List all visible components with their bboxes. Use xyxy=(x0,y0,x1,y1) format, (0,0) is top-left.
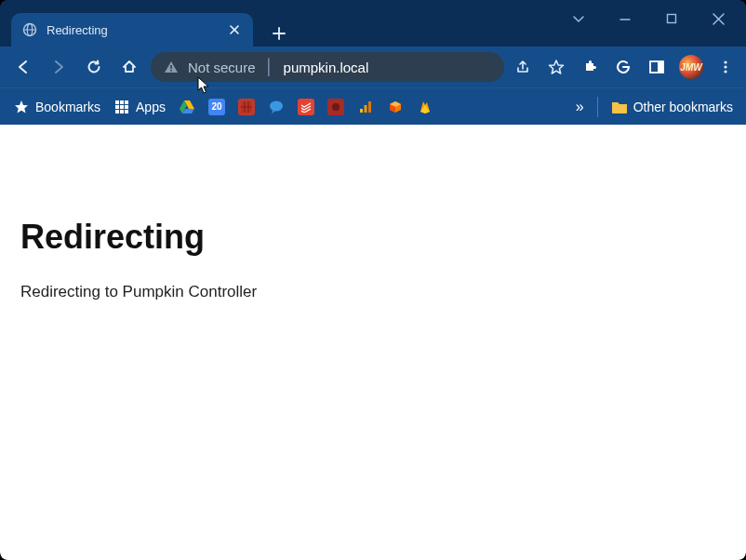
bookmark-red-grid-icon[interactable] xyxy=(238,99,255,115)
svg-rect-22 xyxy=(115,105,119,109)
svg-rect-36 xyxy=(368,101,371,113)
kebab-menu-icon[interactable] xyxy=(714,56,737,78)
titlebar: Redirecting xyxy=(0,0,746,47)
apps-shortcut[interactable]: Apps xyxy=(113,99,166,115)
close-window-button[interactable] xyxy=(703,7,733,30)
svg-rect-20 xyxy=(120,100,124,104)
url-text: pumpkin.local xyxy=(284,60,369,75)
svg-rect-27 xyxy=(125,110,128,113)
share-icon[interactable] xyxy=(512,56,534,78)
svg-point-32 xyxy=(270,100,283,111)
bookmark-todoist-icon[interactable] xyxy=(298,99,314,115)
back-button[interactable] xyxy=(9,53,37,81)
page-heading: Redirecting xyxy=(20,218,726,257)
svg-point-16 xyxy=(724,60,726,63)
bookmark-darkred-icon[interactable] xyxy=(327,99,344,115)
svg-rect-15 xyxy=(658,61,663,73)
bookmarks-folder[interactable]: Bookmarks xyxy=(13,99,100,115)
side-panel-icon[interactable] xyxy=(646,56,668,78)
page-body-text: Redirecting to Pumpkin Controller xyxy=(20,283,726,301)
browser-window: Redirecting xyxy=(0,0,746,560)
svg-rect-21 xyxy=(125,100,128,104)
bookmarks-separator xyxy=(597,97,598,117)
browser-tab[interactable]: Redirecting xyxy=(11,13,253,47)
svg-rect-25 xyxy=(115,110,119,113)
bookmarks-bar: Bookmarks Apps 20 xyxy=(0,87,746,125)
apps-label: Apps xyxy=(136,100,166,114)
svg-point-17 xyxy=(724,65,726,68)
bookmark-chat-icon[interactable] xyxy=(268,99,285,115)
profile-avatar[interactable]: JMW xyxy=(679,55,703,79)
other-bookmarks-label: Other bookmarks xyxy=(633,100,733,114)
bookmark-cube-icon[interactable] xyxy=(387,99,404,115)
svg-rect-35 xyxy=(364,105,366,113)
window-dropdown-icon[interactable] xyxy=(564,7,593,30)
bookmark-analytics-icon[interactable] xyxy=(357,99,374,115)
svg-point-33 xyxy=(332,103,340,111)
bookmarks-overflow-button[interactable]: » xyxy=(576,99,584,115)
page-viewport: Redirecting Redirecting to Pumpkin Contr… xyxy=(0,125,746,560)
bookmark-firebase-icon[interactable] xyxy=(417,99,433,115)
tab-close-button[interactable] xyxy=(227,22,242,37)
globe-icon xyxy=(22,22,37,37)
google-g-icon[interactable] xyxy=(612,56,634,78)
reload-button[interactable] xyxy=(80,53,108,81)
apps-grid-icon xyxy=(113,99,130,115)
svg-rect-26 xyxy=(120,110,124,113)
bookmark-calendar-icon[interactable]: 20 xyxy=(208,99,225,115)
omnibox-divider: │ xyxy=(265,59,274,75)
bookmark-star-icon[interactable] xyxy=(545,56,567,78)
folder-icon xyxy=(611,99,628,115)
toolbar-right: JMW xyxy=(512,55,737,79)
svg-rect-8 xyxy=(668,15,676,23)
svg-rect-24 xyxy=(125,105,128,109)
minimize-button[interactable] xyxy=(610,7,640,30)
new-tab-button[interactable] xyxy=(266,20,292,47)
svg-rect-19 xyxy=(115,100,119,104)
bookmarks-label: Bookmarks xyxy=(35,100,100,114)
svg-rect-34 xyxy=(360,109,363,113)
bookmark-drive-icon[interactable] xyxy=(179,99,195,115)
address-bar[interactable]: Not secure │ pumpkin.local xyxy=(151,52,504,82)
other-bookmarks-folder[interactable]: Other bookmarks xyxy=(611,99,733,115)
svg-rect-12 xyxy=(170,70,172,72)
warning-triangle-icon xyxy=(164,60,179,74)
forward-button[interactable] xyxy=(45,53,73,81)
window-controls xyxy=(551,0,746,37)
svg-rect-23 xyxy=(120,105,124,109)
security-status-label: Not secure xyxy=(188,60,256,75)
tab-strip: Redirecting xyxy=(0,0,292,47)
address-toolbar: Not secure │ pumpkin.local JMW xyxy=(0,47,746,87)
extensions-puzzle-icon[interactable] xyxy=(579,56,601,78)
maximize-button[interactable] xyxy=(657,7,686,30)
tab-title: Redirecting xyxy=(47,23,218,37)
star-filled-icon xyxy=(13,99,30,115)
home-button[interactable] xyxy=(115,53,143,81)
svg-rect-11 xyxy=(170,65,172,69)
svg-point-18 xyxy=(724,70,726,73)
